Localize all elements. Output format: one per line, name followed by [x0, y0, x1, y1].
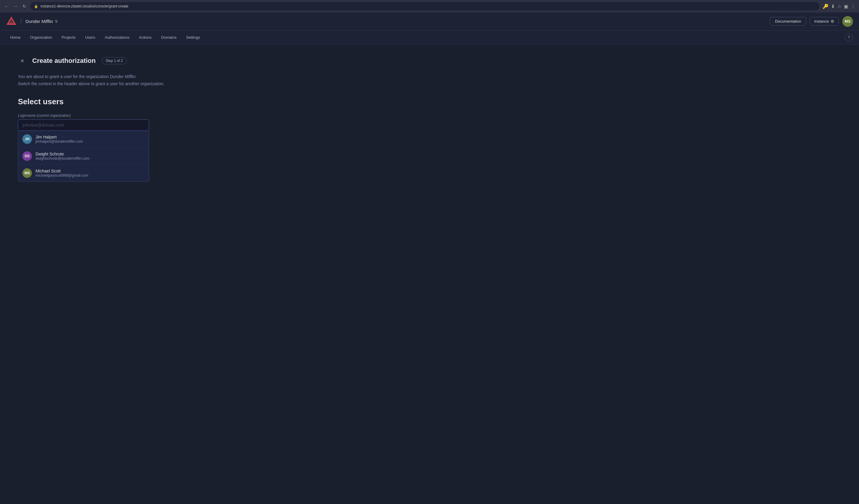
user-email-ds: dwightschrute@dundermifflin.com	[35, 156, 89, 160]
page-header: ✕ Create authorization Step 1 of 2	[18, 57, 251, 65]
download-icon: ⬇	[831, 3, 835, 9]
url-text: instance1-dkmnzw.zitadel.cloud/ui/consol…	[41, 4, 128, 8]
gear-icon: ⚙	[831, 19, 834, 23]
nav-domains[interactable]: Domains	[157, 33, 180, 42]
app-logo	[6, 16, 17, 27]
nav-home[interactable]: Home	[6, 33, 25, 42]
user-dropdown-list: JH Jim Halpert jimhalpert@dundermifflin.…	[18, 131, 149, 182]
header-right: Documentation Instance ⚙ MS	[770, 16, 853, 27]
nav-projects[interactable]: Projects	[57, 33, 80, 42]
app-header: / Dunder Mifflin ⇅ Documentation Instanc…	[0, 13, 859, 30]
list-item[interactable]: JH Jim Halpert jimhalpert@dundermifflin.…	[18, 131, 149, 148]
list-item[interactable]: MS Michael Scott michaelgaryscott988@gma…	[18, 165, 149, 182]
user-email-ms: michaelgaryscott988@gmail.com	[35, 173, 88, 177]
forward-button[interactable]: →	[13, 3, 18, 9]
page-title: Create authorization	[32, 57, 96, 65]
nav-users[interactable]: Users	[81, 33, 99, 42]
user-name-jh: Jim Halpert	[35, 135, 83, 139]
star-icon: ☆	[837, 3, 841, 9]
main-content: ✕ Create authorization Step 1 of 2 You a…	[0, 45, 269, 194]
logo-slash: /	[20, 18, 22, 25]
browser-actions: 🔑 ⬇ ☆ ▣ ⋮	[823, 3, 856, 9]
tab-icon: ▣	[844, 3, 848, 9]
avatar-ms: MS	[22, 168, 32, 178]
section-title: Select users	[18, 97, 251, 106]
description-line2: Switch the context in the header above t…	[18, 80, 251, 88]
nav-authorizations[interactable]: Authorizations	[101, 33, 133, 42]
user-name-ds: Dwight Schrute	[35, 152, 89, 156]
user-info-ms: Michael Scott michaelgaryscott988@gmail.…	[35, 169, 88, 177]
close-button[interactable]: ✕	[18, 57, 26, 65]
logo-area: / Dunder Mifflin ⇅	[6, 16, 58, 27]
user-info-ds: Dwight Schrute dwightschrute@dundermiffl…	[35, 152, 89, 160]
user-avatar[interactable]: MS	[842, 16, 853, 27]
loginname-group: Loginname (current organization) JH Jim …	[18, 113, 251, 131]
loginname-input[interactable]	[18, 120, 149, 131]
url-bar[interactable]: 🔒 instance1-dkmnzw.zitadel.cloud/ui/cons…	[30, 2, 819, 11]
nav-organization[interactable]: Organization	[26, 33, 56, 42]
loginname-label: Loginname (current organization)	[18, 113, 251, 118]
step-badge: Step 1 of 2	[102, 57, 127, 64]
lock-icon: 🔒	[34, 4, 38, 8]
back-button[interactable]: ←	[3, 3, 10, 9]
description: You are about to grant a user for the or…	[18, 73, 251, 88]
list-item[interactable]: DS Dwight Schrute dwightschrute@dundermi…	[18, 148, 149, 165]
menu-icon: ⋮	[851, 3, 856, 9]
avatar-jh: JH	[22, 134, 32, 144]
org-dropdown-icon: ⇅	[55, 19, 58, 23]
documentation-button[interactable]: Documentation	[770, 17, 806, 26]
help-button[interactable]: ?	[845, 33, 853, 42]
user-email-jh: jimhalpert@dundermifflin.com	[35, 139, 83, 144]
key-icon: 🔑	[823, 3, 829, 9]
nav-bar: Home Organization Projects Users Authori…	[0, 30, 859, 45]
browser-chrome: ← → ↻ 🔒 instance1-dkmnzw.zitadel.cloud/u…	[0, 0, 859, 13]
nav-settings[interactable]: Settings	[182, 33, 204, 42]
user-info-jh: Jim Halpert jimhalpert@dundermifflin.com	[35, 135, 83, 144]
org-name[interactable]: Dunder Mifflin ⇅	[26, 19, 58, 24]
user-name-ms: Michael Scott	[35, 169, 88, 173]
reload-button[interactable]: ↻	[21, 3, 27, 9]
loginname-dropdown-container: JH Jim Halpert jimhalpert@dundermifflin.…	[18, 120, 149, 131]
description-line1: You are about to grant a user for the or…	[18, 73, 251, 80]
nav-actions[interactable]: Actions	[135, 33, 156, 42]
avatar-ds: DS	[22, 151, 32, 161]
instance-button[interactable]: Instance ⚙	[810, 17, 839, 26]
